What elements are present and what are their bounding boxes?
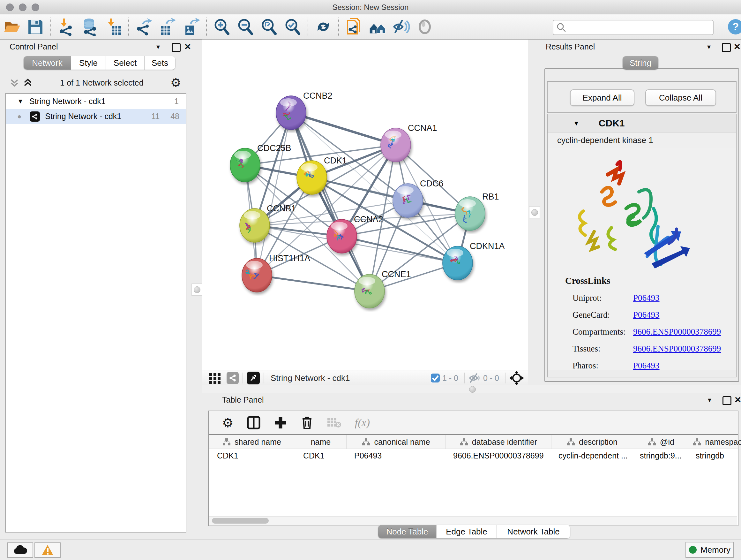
network-edge[interactable] [291, 113, 369, 291]
table-cell[interactable]: cyclin-dependent ... [550, 449, 631, 462]
collapse-all-icon[interactable] [9, 77, 20, 88]
export-table-button[interactable] [158, 18, 177, 36]
tab-sets[interactable]: Sets [145, 56, 175, 70]
hide-graphics-button[interactable] [392, 18, 410, 36]
search-field[interactable] [553, 20, 714, 35]
protein-expander-icon[interactable]: ▼ [573, 120, 580, 127]
export-image-button[interactable] [182, 18, 200, 36]
table-cell[interactable]: stringdb:9... [631, 449, 687, 462]
close-panel-icon[interactable]: × [735, 393, 741, 406]
column-header-canonical-name[interactable]: canonical name [347, 435, 446, 449]
network-node-ccne1[interactable] [354, 274, 385, 308]
tab-style[interactable]: Style [71, 56, 106, 70]
search-input[interactable] [569, 21, 713, 34]
delete-column-icon[interactable] [300, 416, 313, 430]
zoom-out-button[interactable] [237, 18, 254, 36]
home-button[interactable] [368, 18, 387, 36]
import-network-database-button[interactable] [81, 18, 98, 36]
float-panel-icon[interactable] [723, 396, 731, 405]
network-node-ccna2[interactable] [327, 219, 357, 253]
table-cell[interactable]: stringdb [687, 449, 741, 462]
right-splitter-handle[interactable] [529, 206, 540, 219]
zoom-in-button[interactable] [213, 18, 231, 36]
function-builder-button[interactable]: f(x) [355, 417, 370, 429]
network-node-ccnb1[interactable] [240, 208, 270, 242]
table-splitter[interactable] [202, 385, 741, 393]
network-node-cdkn1a[interactable] [443, 246, 473, 280]
close-panel-icon[interactable]: × [185, 40, 191, 53]
column-header-shared-name[interactable]: shared name [209, 435, 295, 449]
crosslink-link[interactable]: 9606.ENSP00000378699 [633, 344, 721, 354]
tab-select[interactable]: Select [106, 56, 145, 70]
crosslink-link[interactable]: P06493 [633, 293, 660, 303]
birdseye-view-icon[interactable] [247, 372, 260, 384]
expand-all-button[interactable]: Expand All [570, 89, 634, 106]
network-node-ccna1[interactable] [381, 128, 411, 162]
column-header--id[interactable]: @id [633, 435, 689, 449]
zoom-fit-button[interactable] [260, 18, 278, 36]
grid-view-icon[interactable] [209, 372, 221, 384]
add-column-icon[interactable] [274, 416, 287, 429]
table-cell[interactable]: P06493 [346, 449, 445, 462]
export-network-button[interactable] [135, 18, 153, 36]
share-network-button[interactable] [345, 18, 363, 36]
tree-expander-icon[interactable]: ▼ [17, 98, 23, 105]
network-options-gear-icon[interactable]: ⚙ [171, 76, 181, 90]
table-row[interactable]: CDK1CDK1P064939606.ENSP00000378699cyclin… [209, 449, 738, 462]
protein-header[interactable]: ▼ CDK1 [548, 114, 736, 132]
table-options-gear-icon[interactable]: ⚙ [222, 415, 233, 430]
zoom-selected-button[interactable] [284, 18, 301, 36]
selected-nodes-checkbox-icon[interactable] [430, 373, 441, 383]
show-columns-icon[interactable] [247, 416, 260, 429]
collapse-panel-icon[interactable]: ▾ [707, 43, 711, 51]
network-edge[interactable] [291, 113, 396, 145]
cloud-status-button[interactable] [7, 543, 33, 558]
network-node-cdk1[interactable] [297, 161, 327, 194]
crosslink-link[interactable]: P06493 [633, 361, 660, 370]
close-panel-icon[interactable]: × [734, 40, 740, 53]
pan-crosshair-icon[interactable] [509, 371, 524, 385]
network-node-rb1[interactable] [455, 197, 485, 231]
tab-string[interactable]: String [623, 56, 658, 70]
import-table-button[interactable] [105, 18, 122, 36]
expand-all-icon[interactable] [22, 77, 33, 88]
column-header-database-identifier[interactable]: database identifier [446, 435, 551, 449]
network-canvas[interactable]: CCNB2CCNA1CDC25BCDK1CDC6RB1CCNB1CCNA2CDK… [202, 40, 529, 370]
crosslink-link[interactable]: 9606.ENSP00000378699 [633, 327, 721, 337]
network-node-hist1h1a[interactable] [242, 258, 272, 292]
tab-node-table[interactable]: Node Table [378, 525, 436, 538]
warnings-button[interactable] [35, 543, 61, 558]
column-header-namespace[interactable]: namespace [689, 435, 741, 449]
tab-network[interactable]: Network [23, 56, 71, 70]
network-node-ccnb2[interactable] [276, 96, 306, 130]
table-cell[interactable]: 9606.ENSP00000378699 [445, 449, 550, 462]
column-header-description[interactable]: description [551, 435, 633, 449]
collapse-all-button[interactable]: Collapse All [645, 89, 716, 106]
delete-table-icon[interactable] [327, 416, 341, 429]
horizontal-scrollbar[interactable] [209, 516, 737, 525]
refresh-button[interactable] [314, 18, 332, 36]
hidden-elements-icon[interactable] [468, 373, 481, 383]
network-edge[interactable] [257, 275, 369, 291]
scrollbar-thumb[interactable] [212, 518, 269, 523]
tab-network-table[interactable]: Network Table [497, 525, 570, 538]
memory-button[interactable]: Memory [685, 542, 734, 558]
table-cell[interactable]: CDK1 [295, 449, 346, 462]
crosslink-link[interactable]: P06493 [633, 310, 660, 320]
table-cell[interactable]: CDK1 [209, 449, 295, 462]
float-panel-icon[interactable] [172, 43, 181, 52]
column-header-name[interactable]: name [295, 435, 347, 449]
import-network-file-button[interactable] [57, 18, 75, 36]
collapse-panel-icon[interactable]: ▾ [708, 396, 711, 404]
collapse-panel-icon[interactable]: ▾ [156, 43, 160, 51]
tab-edge-table[interactable]: Edge Table [436, 525, 497, 538]
birdseye-toggle-button[interactable] [416, 18, 434, 36]
string-view-icon[interactable] [226, 372, 239, 384]
network-row-selected[interactable]: ● String Network - cdk1 11 48 [6, 109, 186, 124]
save-session-button[interactable] [26, 18, 44, 36]
open-session-button[interactable] [3, 18, 21, 36]
network-node-cdc6[interactable] [393, 184, 423, 217]
float-panel-icon[interactable] [722, 43, 731, 52]
network-collection-row[interactable]: ▼ String Network - cdk1 1 [6, 94, 186, 109]
left-splitter-handle[interactable] [192, 284, 202, 296]
